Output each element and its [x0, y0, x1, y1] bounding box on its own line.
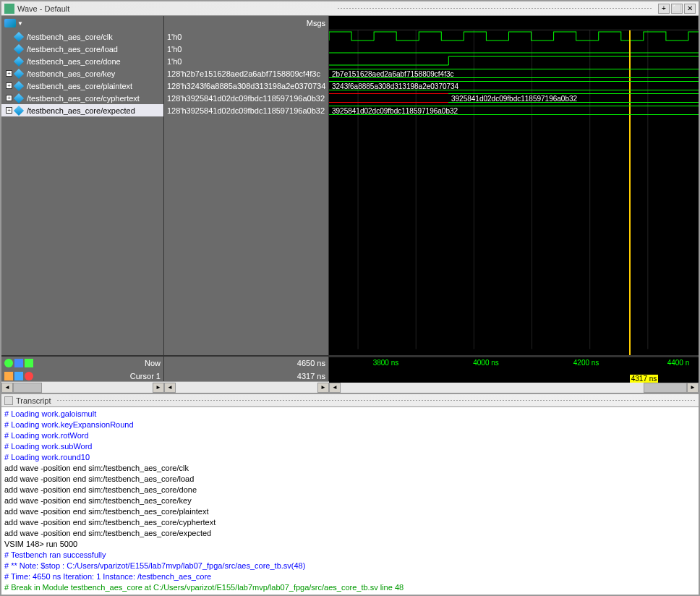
- msg-scroll-track[interactable]: [176, 383, 317, 393]
- transcript-line: # Loading work.galoismult: [4, 409, 696, 420]
- signal-icon: [14, 81, 24, 91]
- wave-footer: Now Cursor 1 4650 ns 4317 ns 3800 ns4000…: [1, 355, 699, 381]
- transcript-line: # ** Note: $stop : C:/Users/vparizot/E15…: [4, 561, 696, 571]
- wave-window-icon: [4, 4, 14, 14]
- chevron-down-icon[interactable]: ▼: [17, 20, 23, 27]
- cursor-icon: [14, 372, 23, 380]
- signal-panel-header[interactable]: ▼: [1, 16, 164, 30]
- msgs-header-label: Msgs: [307, 19, 325, 27]
- now-icon2: [14, 359, 23, 367]
- sig-scroll-track[interactable]: [13, 383, 153, 393]
- transcript-panel: Transcript # Loading work.galoismult# Lo…: [1, 393, 699, 595]
- scrollbar-row: ◄ ► ◄ ► ◄ ►: [1, 381, 699, 393]
- transcript-line: add wave -position end sim:/testbench_ae…: [4, 474, 696, 485]
- signal-name: /testbench_aes_core/expected: [27, 106, 135, 115]
- transcript-line: # Time: 4650 ns Iteration: 1 Instance: /…: [4, 571, 696, 582]
- msgs-panel-header: Msgs: [164, 16, 329, 30]
- expand-icon[interactable]: +: [6, 70, 12, 77]
- cursor-label: Cursor 1: [33, 372, 161, 380]
- remove-icon[interactable]: [25, 372, 33, 380]
- now-value: 4650 ns: [167, 359, 325, 367]
- expand-icon[interactable]: +: [6, 95, 12, 101]
- lock-icon[interactable]: [4, 372, 13, 380]
- time-ruler[interactable]: 3800 ns4000 ns4200 ns4400 n: [329, 357, 699, 370]
- signal-row[interactable]: /testbench_aes_core/done: [1, 55, 163, 67]
- signal-value: 128'h2b7e151628aed2a6abf7158809cf4f3c: [164, 67, 328, 80]
- wave-titlebar: Wave - Default + ⬜ ✕: [1, 1, 699, 16]
- window-maximize-button[interactable]: ⬜: [671, 4, 683, 14]
- signal-row[interactable]: +/testbench_aes_core/key: [1, 67, 163, 80]
- transcript-line: add wave -position end sim:/testbench_ae…: [4, 485, 696, 495]
- sig-scroll-thumb[interactable]: [13, 383, 42, 393]
- signal-value: 128'h3925841d02dc09fbdc118597196a0b32: [164, 104, 328, 116]
- signal-icon: [14, 93, 24, 103]
- wave-title: Wave - Default: [17, 4, 332, 13]
- transcript-line: add wave -position end sim:/testbench_ae…: [4, 506, 696, 517]
- waveform-header: [329, 16, 699, 30]
- transcript-body[interactable]: # Loading work.galoismult# Loading work.…: [1, 407, 699, 595]
- transcript-line: add wave -position end sim:/testbench_ae…: [4, 463, 696, 474]
- cursor-value: 4317 ns: [167, 372, 325, 380]
- signal-name: /testbench_aes_core/key: [27, 69, 115, 78]
- scroll-left-button[interactable]: ◄: [1, 383, 13, 393]
- time-tick: 4200 ns: [573, 359, 599, 367]
- scroll-left-button[interactable]: ◄: [164, 383, 176, 393]
- titlebar-decoration: [338, 8, 652, 9]
- cursor-marker-line[interactable]: [629, 30, 631, 355]
- transcript-line: add wave -position end sim:/testbench_ae…: [4, 528, 696, 539]
- window-close-button[interactable]: ✕: [684, 4, 696, 14]
- cursor-time-marker[interactable]: 4317 ns: [630, 375, 659, 383]
- transcript-line: # Testbench ran successfully: [4, 550, 696, 561]
- add-icon[interactable]: [25, 359, 33, 367]
- transcript-decoration: [57, 400, 696, 401]
- scroll-right-button[interactable]: ►: [153, 383, 164, 393]
- signal-row[interactable]: +/testbench_aes_core/plaintext: [1, 80, 163, 92]
- transcript-line: add wave -position end sim:/testbench_ae…: [4, 517, 696, 528]
- waveform-bus[interactable]: 3925841d02dc09fbdc118597196a0b32: [448, 93, 699, 103]
- signal-row[interactable]: /testbench_aes_core/clk: [1, 30, 163, 43]
- time-tick: 3800 ns: [373, 359, 399, 367]
- waveform-bus[interactable]: 2b7e151628aed2a6abf7158809cf4f3c: [329, 69, 699, 78]
- transcript-title: Transcript: [16, 396, 51, 405]
- now-label: Now: [33, 359, 161, 367]
- expand-icon[interactable]: +: [6, 107, 12, 114]
- signal-icon: [14, 106, 24, 116]
- signal-value: 1'h0: [164, 43, 328, 55]
- signal-icon: [14, 32, 24, 42]
- waveform-panel[interactable]: 2b7e151628aed2a6abf7158809cf4f3c3243f6a8…: [329, 16, 699, 355]
- waveform-bus[interactable]: 3925841d02dc09fbdc118597196a0b32: [329, 106, 699, 115]
- scroll-right-button[interactable]: ►: [687, 383, 699, 393]
- wave-scroll-track[interactable]: [341, 383, 687, 393]
- scroll-left-button[interactable]: ◄: [329, 383, 341, 393]
- signal-icon: [14, 69, 24, 79]
- transcript-line: # Break in Module testbench_aes_core at …: [4, 582, 696, 593]
- signal-name: /testbench_aes_core/done: [27, 57, 121, 66]
- signal-filter-icon[interactable]: [4, 19, 16, 27]
- expand-icon[interactable]: +: [6, 82, 12, 89]
- time-tick: 4000 ns: [473, 359, 499, 367]
- msgs-panel: Msgs 1'h01'h01'h0128'h2b7e151628aed2a6ab…: [164, 16, 329, 355]
- window-add-button[interactable]: +: [658, 4, 670, 14]
- transcript-line: # Loading work.round10: [4, 452, 696, 463]
- signal-name: /testbench_aes_core/clk: [27, 33, 113, 41]
- signal-row[interactable]: /testbench_aes_core/load: [1, 43, 163, 55]
- signal-icon: [14, 56, 24, 67]
- transcript-line: # Loading work.subWord: [4, 441, 696, 452]
- signal-value: 1'h0: [164, 30, 328, 43]
- transcript-header[interactable]: Transcript: [1, 394, 699, 407]
- signal-row[interactable]: +/testbench_aes_core/cyphertext: [1, 92, 163, 104]
- signal-value: 128'h3243f6a8885a308d313198a2e0370734: [164, 80, 328, 92]
- wave-scroll-thumb[interactable]: [644, 383, 687, 393]
- scroll-right-button[interactable]: ►: [317, 383, 329, 393]
- signal-name: /testbench_aes_core/plaintext: [27, 82, 132, 90]
- waveform-bus-invalid[interactable]: [329, 93, 448, 103]
- time-tick: 4400 n: [667, 359, 690, 367]
- waveform-bus[interactable]: 3243f6a8885a308d313198a2e0370734: [329, 81, 699, 90]
- transcript-line: # Loading work.rotWord: [4, 430, 696, 441]
- signal-icon: [14, 44, 24, 54]
- transcript-icon: [4, 396, 13, 405]
- transcript-line: add wave -position end sim:/testbench_ae…: [4, 495, 696, 506]
- transcript-line: # Loading work.keyExpansionRound: [4, 420, 696, 430]
- signal-row[interactable]: +/testbench_aes_core/expected: [1, 104, 163, 116]
- transcript-line: VSIM 148> run 5000: [4, 539, 696, 550]
